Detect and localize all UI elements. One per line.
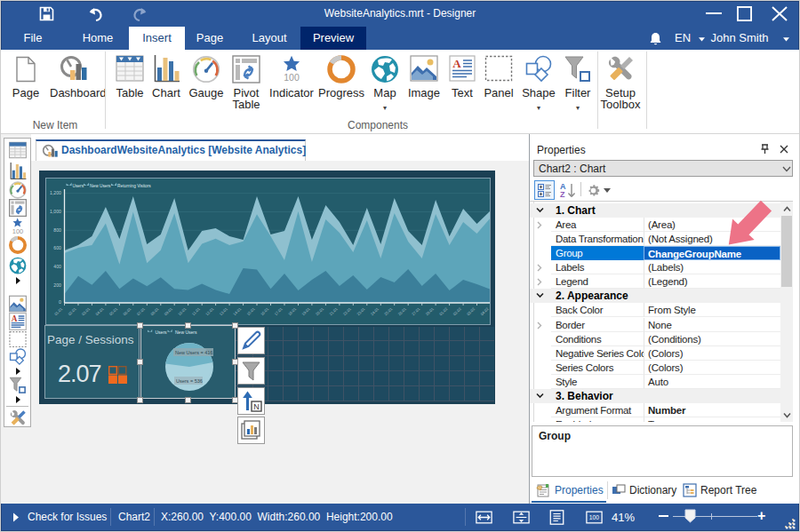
- svg-text:05.01: 05.01: [108, 306, 119, 317]
- svg-text:14.01: 14.01: [232, 306, 243, 317]
- svg-text:12.01: 12.01: [204, 306, 215, 317]
- svg-text:11.01: 11.01: [191, 306, 201, 316]
- svg-text:13.01: 13.01: [219, 306, 229, 317]
- svg-text:A: A: [12, 314, 18, 323]
- svg-text:Users: Users: [156, 330, 168, 335]
- svg-text:19.01: 19.01: [300, 306, 311, 317]
- svg-text:21.01: 21.01: [328, 306, 339, 317]
- svg-text:04.01: 04.01: [94, 306, 105, 317]
- svg-text:27.01: 27.01: [411, 306, 421, 317]
- svg-text:Z: Z: [560, 190, 565, 199]
- svg-text:28.01: 28.01: [425, 306, 436, 317]
- svg-text:07.01: 07.01: [136, 306, 147, 317]
- svg-text:03.02: 03.02: [466, 306, 476, 317]
- svg-text:02.01: 02.01: [68, 306, 78, 317]
- svg-text:20.01: 20.01: [315, 306, 325, 317]
- svg-text:01.01: 01.01: [53, 306, 64, 317]
- svg-text:24.01: 24.01: [370, 306, 380, 317]
- svg-text:15.01: 15.01: [246, 306, 257, 317]
- svg-text:800: 800: [53, 227, 61, 233]
- svg-text:Users = 536: Users = 536: [176, 378, 203, 384]
- svg-text:03.01: 03.01: [81, 306, 92, 317]
- svg-text:18.01: 18.01: [287, 306, 298, 317]
- svg-text:A: A: [452, 57, 461, 70]
- svg-text:100: 100: [589, 514, 600, 520]
- svg-text:04.02: 04.02: [480, 306, 490, 317]
- svg-text:New Users: New Users: [175, 330, 197, 335]
- svg-text:New Users = 416: New Users = 416: [175, 350, 212, 355]
- svg-text:22.01: 22.01: [342, 306, 353, 317]
- svg-text:23.01: 23.01: [356, 306, 366, 317]
- svg-text:1,000: 1,000: [50, 209, 61, 214]
- svg-text:09.01: 09.01: [164, 306, 174, 317]
- svg-text:100: 100: [284, 72, 300, 83]
- svg-text:26.01: 26.01: [397, 306, 408, 317]
- svg-text:08.01: 08.01: [149, 306, 160, 317]
- svg-text:400: 400: [53, 264, 61, 269]
- svg-text:100: 100: [12, 227, 24, 235]
- svg-text:01.02: 01.02: [438, 306, 449, 317]
- svg-text:25.01: 25.01: [383, 306, 394, 317]
- svg-text:Returning Visitors: Returning Visitors: [117, 184, 151, 188]
- svg-text:16.01: 16.01: [260, 306, 270, 317]
- svg-text:02.02: 02.02: [452, 306, 463, 317]
- svg-text:Users: Users: [73, 184, 84, 188]
- svg-text:17.01: 17.01: [274, 306, 284, 317]
- svg-text:N: N: [253, 402, 260, 411]
- svg-text:200: 200: [53, 282, 61, 288]
- svg-text:10.01: 10.01: [177, 306, 188, 317]
- svg-text:New Users: New Users: [90, 184, 111, 188]
- svg-text:1,200: 1,200: [50, 190, 61, 195]
- svg-text:0: 0: [59, 299, 61, 305]
- svg-text:06.01: 06.01: [122, 306, 132, 317]
- svg-text:600: 600: [53, 245, 61, 250]
